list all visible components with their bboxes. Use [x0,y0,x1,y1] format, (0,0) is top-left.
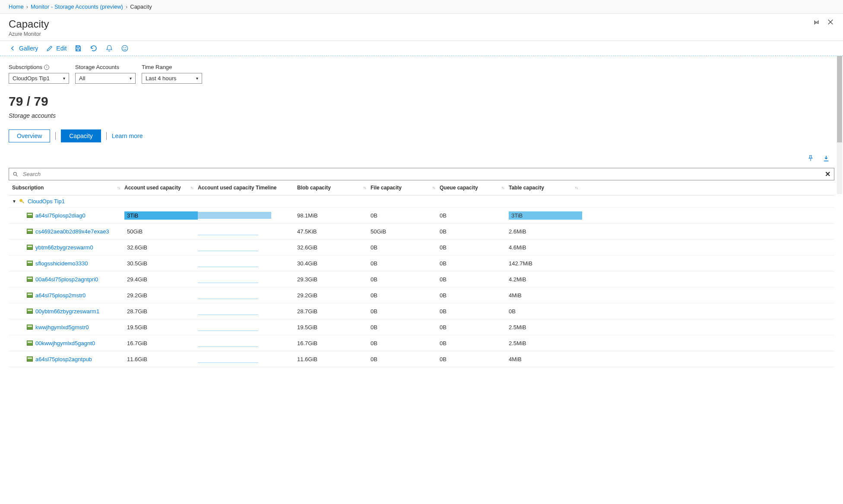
storage-account-link[interactable]: a64sl75plosp2agntpub [35,356,92,362]
table-row: 00a64sl75plosp2agntpri029.4GiB29.3GiB0B0… [9,271,834,287]
subscriptions-select[interactable]: CloudOps Tip1▾ [9,73,69,84]
refresh-icon[interactable] [90,44,98,52]
blob-cell: 98.1MiB [297,212,371,219]
table-cell: 2.5MiB [509,340,582,346]
file-cell: 0B [371,244,440,251]
table-row: sflogsshicidemo333030.5GiB30.4GiB0B0B142… [9,255,834,271]
breadcrumb-home[interactable]: Home [9,3,24,10]
group-name[interactable]: CloudOps Tip1 [28,198,65,205]
storage-account-icon [27,277,33,282]
storage-accounts-label: Storage Accounts [75,64,136,70]
group-row[interactable]: ▼ CloudOps Tip1 [9,195,834,208]
account-used-cell: 29.4GiB [124,275,198,284]
info-icon[interactable]: i [44,65,49,70]
storage-account-link[interactable]: 00kwwjhgymlxd5gagnt0 [35,340,95,346]
table-cell: 2.5MiB [509,324,582,331]
time-range-select[interactable]: Last 4 hours▾ [142,73,202,84]
feedback-icon[interactable] [121,44,129,52]
chevron-right-icon: › [26,3,28,10]
queue-cell: 0B [440,324,509,331]
edit-button[interactable]: Edit [46,44,67,52]
timeline-cell [198,259,297,268]
pin-table-icon[interactable] [807,154,814,164]
search-icon [13,171,19,177]
breadcrumb-monitor[interactable]: Monitor - Storage Accounts (preview) [31,3,123,10]
close-icon[interactable] [827,18,834,26]
col-table[interactable]: Table capacity↑↓ [509,185,582,191]
count-label: Storage accounts [9,112,834,119]
blob-cell: 28.7GiB [297,308,371,315]
storage-accounts-select[interactable]: All▾ [75,73,136,84]
account-used-cell: 50GiB [124,227,198,236]
storage-account-name: 00kwwjhgymlxd5gagnt0 [12,340,124,346]
storage-account-name: 00ybtm66zbygrzeswarm1 [12,308,124,315]
col-timeline[interactable]: Account used capacity Timeline [198,185,297,191]
separator [55,132,56,140]
col-queue[interactable]: Queue capacity↑↓ [440,185,509,191]
queue-cell: 0B [440,276,509,283]
search-box[interactable]: ✕ [9,168,834,180]
vertical-scrollbar[interactable] [837,56,842,194]
learn-more-link[interactable]: Learn more [112,132,143,139]
file-cell: 50GiB [371,228,440,235]
storage-account-name: ybtm66zbygrzeswarm0 [12,244,124,251]
col-subscription[interactable]: Subscription↑↓ [12,185,124,191]
storage-account-icon [27,229,33,234]
storage-account-name: 00a64sl75plosp2agntpri0 [12,276,124,283]
gallery-button[interactable]: Gallery [9,44,38,52]
svg-point-0 [122,45,128,51]
account-used-cell: 3TiB [124,211,198,220]
pin-icon[interactable] [812,18,820,26]
count-display: 79 / 79 [9,94,834,109]
table-cell: 142.7MiB [509,260,582,267]
key-icon [19,198,25,205]
storage-account-link[interactable]: a64sl75plosp2mstr0 [35,292,86,299]
account-used-cell: 32.6GiB [124,243,198,252]
timeline-cell [198,323,297,331]
storage-account-name: sflogsshicidemo3330 [12,260,124,267]
account-used-cell: 19.5GiB [124,323,198,331]
storage-account-link[interactable]: kwwjhgymlxd5gmstr0 [35,324,89,331]
queue-cell: 0B [440,228,509,235]
caret-down-icon: ▼ [12,199,16,204]
separator [106,132,107,140]
timeline-cell [198,291,297,299]
blob-cell: 11.6GiB [297,356,371,362]
page-header: Capacity Azure Monitor [0,14,843,41]
storage-account-link[interactable]: cs4692aea0b2d89x4e7exae3 [35,228,109,235]
account-used-cell: 28.7GiB [124,307,198,315]
timeline-cell [198,275,297,284]
clear-search-icon[interactable]: ✕ [825,170,830,178]
capacity-table: Subscription↑↓ Account used capacity↑↓ A… [9,180,834,367]
tab-overview[interactable]: Overview [9,129,50,142]
page-subtitle: Azure Monitor [9,31,49,37]
storage-account-link[interactable]: sflogsshicidemo3330 [35,260,88,267]
blob-cell: 29.2GiB [297,292,371,299]
storage-account-link[interactable]: ybtm66zbygrzeswarm0 [35,244,93,251]
storage-account-name: a64sl75plosp2agntpub [12,356,124,362]
search-input[interactable] [21,170,825,178]
alert-icon[interactable] [105,44,113,52]
table-row: ybtm66zbygrzeswarm032.6GiB32.6GiB0B0B4.6… [9,239,834,255]
file-cell: 0B [371,212,440,219]
queue-cell: 0B [440,308,509,315]
tab-capacity[interactable]: Capacity [61,129,101,142]
storage-account-link[interactable]: 00a64sl75plosp2agntpri0 [35,276,98,283]
col-account-used[interactable]: Account used capacity↑↓ [124,185,198,191]
save-icon[interactable] [74,44,82,52]
table-row: kwwjhgymlxd5gmstr019.5GiB19.5GiB0B0B2.5M… [9,319,834,335]
download-icon[interactable] [822,154,830,164]
table-cell: 4.2MiB [509,276,582,283]
storage-account-link[interactable]: a64sl75plosp2diag0 [35,212,86,219]
breadcrumb-current: Capacity [130,3,152,10]
storage-account-icon [27,356,33,362]
content: Subscriptions i CloudOps Tip1▾ Storage A… [0,56,843,367]
file-cell: 0B [371,260,440,267]
col-file[interactable]: File capacity↑↓ [371,185,440,191]
col-blob[interactable]: Blob capacity↑↓ [297,185,371,191]
table-cell: 2.6MiB [509,228,582,235]
table-header: Subscription↑↓ Account used capacity↑↓ A… [9,180,834,195]
table-cell: 4.6MiB [509,244,582,251]
storage-account-link[interactable]: 00ybtm66zbygrzeswarm1 [35,308,99,315]
table-cell: 3TiB [509,211,582,220]
